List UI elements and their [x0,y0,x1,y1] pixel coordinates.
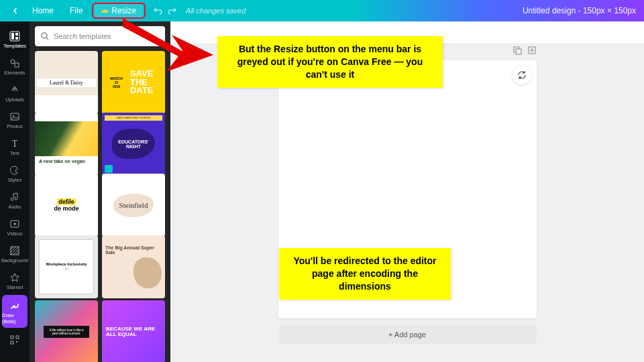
svg-point-15 [42,33,47,38]
svg-rect-13 [11,341,13,344]
top-menu-bar: Home File Resize All changes saved Untit… [0,0,644,21]
text-icon: T [9,137,21,149]
resize-label: Resize [111,6,136,15]
sidenav-elements[interactable]: Elements [0,52,30,79]
photos-icon [9,111,21,123]
sidenav-background[interactable]: Background [0,240,30,267]
svg-text:T: T [12,139,18,149]
templates-icon [9,30,21,42]
svg-rect-11 [11,336,13,339]
background-icon [9,245,21,257]
arrow-annotation [119,15,220,75]
chevron-left-icon [12,7,19,14]
sidenav-templates[interactable]: Templates [0,25,30,52]
svg-rect-2 [15,33,18,36]
annotation-note: You'll be redirected to the editor page … [279,248,451,300]
template-thumb[interactable]: Workplace Inclusivity━━━ [35,235,98,298]
sidenav-audio[interactable]: Audio [0,186,30,213]
qr-icon [9,334,21,346]
template-thumb[interactable]: A new take on vegan [35,113,98,176]
add-icon[interactable] [527,46,537,55]
sync-button[interactable] [513,66,531,84]
elements-icon [9,57,21,69]
styles-icon [9,164,21,176]
save-status: All changes saved [186,7,246,15]
star-icon [9,272,21,284]
duplicate-icon[interactable] [513,46,522,55]
sidenav-more[interactable] [0,329,30,349]
videos-icon [9,218,21,230]
document-title[interactable]: Untitled design - 150px × 150px [523,6,636,15]
svg-rect-14 [16,341,17,343]
svg-rect-1 [11,33,14,40]
template-grid: Laurel & Daisy MARCH 22 2019SAVE THE DAT… [30,51,170,362]
side-nav: Templates Elements Uploads Photos T Text… [0,21,30,362]
template-thumb[interactable]: defilede mode [35,174,98,237]
redo-icon[interactable] [167,6,176,15]
annotation-note: But the Resize button on the menu bar is… [217,36,443,88]
play-icon [105,165,113,173]
template-thumb[interactable]: Laurel & Daisy [35,51,98,114]
template-thumb[interactable]: Steinfield [102,174,165,237]
search-placeholder: Search templates [54,32,111,40]
search-icon [40,32,50,41]
home-button[interactable]: Home [25,3,60,18]
svg-rect-12 [16,336,19,339]
sync-icon [517,70,527,80]
back-button[interactable] [8,5,23,17]
svg-rect-5 [15,63,19,67]
draw-icon [9,300,21,312]
sidenav-text[interactable]: T Text [0,133,30,160]
template-thumb[interactable]: The Big Annual Super Sale [102,235,165,298]
sidenav-uploads[interactable]: Uploads [0,79,30,106]
svg-point-4 [11,60,15,64]
uploads-icon [9,84,21,96]
template-thumb[interactable]: A life without love is like a year witho… [35,300,98,362]
svg-rect-17 [516,49,521,54]
template-thumb[interactable]: LAKE DAVIS HIGH SCHOOLEDUCATORS'NIGHT [102,113,165,176]
sidenav-videos[interactable]: Videos [0,213,30,240]
undo-redo-group [154,6,176,15]
svg-rect-3 [15,37,18,40]
sidenav-draw[interactable]: Draw (Beta) [2,295,28,328]
sidenav-photos[interactable]: Photos [0,106,30,133]
sidenav-styles[interactable]: Styles [0,160,30,186]
page-controls [513,46,537,55]
template-thumb[interactable]: BECAUSE WE ARE ALL EQUAL [102,300,165,362]
crown-icon [101,7,109,14]
undo-icon[interactable] [154,6,163,15]
audio-icon [9,191,21,203]
add-page-button[interactable]: + Add page [278,325,537,344]
sidenav-starred[interactable]: Starred [0,267,30,294]
file-button[interactable]: File [63,3,89,18]
